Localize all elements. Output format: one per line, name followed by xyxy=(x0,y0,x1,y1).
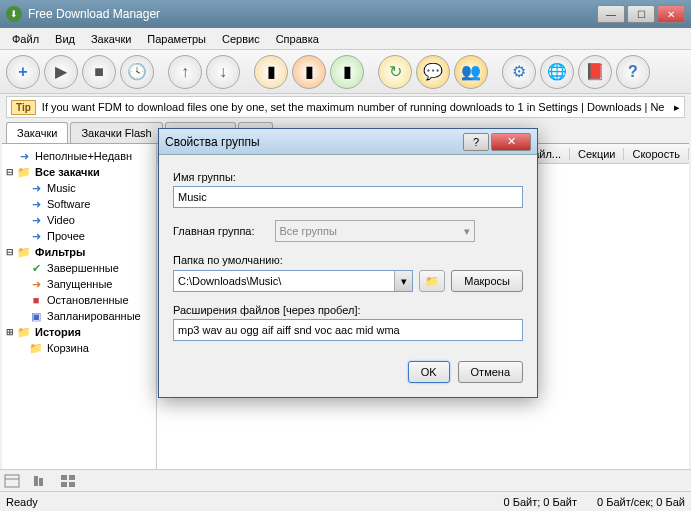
mode3-button[interactable]: ▮ xyxy=(330,55,364,89)
menu-file[interactable]: Файл xyxy=(4,30,47,48)
dialog-titlebar: Свойства группы ? ✕ xyxy=(159,129,537,155)
svg-rect-0 xyxy=(5,475,19,487)
mode1-button[interactable]: ▮ xyxy=(254,55,288,89)
svg-rect-6 xyxy=(61,482,67,487)
tree-filters[interactable]: ⊟📁Фильтры xyxy=(4,244,154,260)
schedule-button[interactable]: 🕓 xyxy=(120,55,154,89)
btab-icon-2[interactable] xyxy=(32,474,48,488)
default-folder-combo[interactable]: ▾ xyxy=(173,270,413,292)
toolbar: + ▶ ■ 🕓 ↑ ↓ ▮ ▮ ▮ ↻ 💬 👥 ⚙ 🌐 📕 ? xyxy=(0,50,691,94)
tipbar: Tip If you want FDM to download files on… xyxy=(6,96,685,118)
statusbar: Ready 0 Байт; 0 Байт 0 Байт/сек; 0 Бай xyxy=(0,491,691,511)
tree-label: История xyxy=(35,326,81,338)
close-button[interactable]: ✕ xyxy=(657,5,685,23)
btab-icon-1[interactable] xyxy=(4,474,20,488)
dialog-help-button[interactable]: ? xyxy=(463,133,489,151)
tree-label: Остановленные xyxy=(47,294,129,306)
tree-label: Запланированные xyxy=(47,310,141,322)
tree-label: Завершенные xyxy=(47,262,119,274)
tree-stopped[interactable]: ■Остановленные xyxy=(4,292,154,308)
book-button[interactable]: 📕 xyxy=(578,55,612,89)
tree-label: Корзина xyxy=(47,342,89,354)
tree-label: Music xyxy=(47,182,76,194)
app-icon: ⬇ xyxy=(6,6,22,22)
window-title: Free Download Manager xyxy=(28,7,597,21)
menu-view[interactable]: Вид xyxy=(47,30,83,48)
extensions-input[interactable] xyxy=(173,319,523,341)
parent-group-value: Все группы xyxy=(280,225,337,237)
tip-badge: Tip xyxy=(11,100,36,115)
tree-other[interactable]: ➜Прочее xyxy=(4,228,154,244)
extensions-label: Расширения файлов [через пробел]: xyxy=(173,304,523,316)
svg-rect-3 xyxy=(39,478,43,486)
tip-next-icon[interactable]: ▸ xyxy=(674,101,680,114)
tree-history[interactable]: ⊞📁История xyxy=(4,324,154,340)
start-button[interactable]: ▶ xyxy=(44,55,78,89)
action1-button[interactable]: ↻ xyxy=(378,55,412,89)
svg-rect-5 xyxy=(69,475,75,480)
move-up-button[interactable]: ↑ xyxy=(168,55,202,89)
tree-scheduled[interactable]: ▣Запланированные xyxy=(4,308,154,324)
move-down-button[interactable]: ↓ xyxy=(206,55,240,89)
btab-icon-3[interactable] xyxy=(60,474,76,488)
maximize-button[interactable]: ☐ xyxy=(627,5,655,23)
status-speed: 0 Байт/сек; 0 Бай xyxy=(597,496,685,508)
tree-video[interactable]: ➜Video xyxy=(4,212,154,228)
tree-music[interactable]: ➜Music xyxy=(4,180,154,196)
tree-label: Неполные+Недавн xyxy=(35,150,132,162)
menu-downloads[interactable]: Закачки xyxy=(83,30,139,48)
help-button[interactable]: ? xyxy=(616,55,650,89)
browse-folder-button[interactable]: 📁 xyxy=(419,270,445,292)
dialog-close-button[interactable]: ✕ xyxy=(491,133,531,151)
bottom-tabs xyxy=(0,469,691,491)
action2-button[interactable]: 💬 xyxy=(416,55,450,89)
settings-button[interactable]: ⚙ xyxy=(502,55,536,89)
parent-group-select[interactable]: Все группы ▾ xyxy=(275,220,475,242)
dialog-title: Свойства группы xyxy=(165,135,461,149)
tree-software[interactable]: ➜Software xyxy=(4,196,154,212)
svg-rect-7 xyxy=(69,482,75,487)
tree-label: Video xyxy=(47,214,75,226)
tree-label: Software xyxy=(47,198,90,210)
menu-help[interactable]: Справка xyxy=(268,30,327,48)
tip-text: If you want FDM to download files one by… xyxy=(42,101,665,113)
globe-button[interactable]: 🌐 xyxy=(540,55,574,89)
ok-button[interactable]: OK xyxy=(408,361,450,383)
tab-downloads[interactable]: Закачки xyxy=(6,122,68,143)
tab-flash[interactable]: Закачки Flash xyxy=(70,122,162,143)
status-bytes: 0 Байт; 0 Байт xyxy=(504,496,578,508)
tree-label: Запущенные xyxy=(47,278,112,290)
status-ready: Ready xyxy=(6,496,38,508)
titlebar: ⬇ Free Download Manager — ☐ ✕ xyxy=(0,0,691,28)
stop-button[interactable]: ■ xyxy=(82,55,116,89)
parent-group-label: Главная группа: xyxy=(173,225,255,237)
tree-label: Фильтры xyxy=(35,246,85,258)
tree-completed[interactable]: ✔Завершенные xyxy=(4,260,154,276)
tree-label: Прочее xyxy=(47,230,85,242)
menubar: Файл Вид Закачки Параметры Сервис Справк… xyxy=(0,28,691,50)
group-name-input[interactable] xyxy=(173,186,523,208)
chevron-down-icon[interactable]: ▾ xyxy=(394,271,412,291)
add-button[interactable]: + xyxy=(6,55,40,89)
col-sections[interactable]: Секции xyxy=(570,148,624,160)
mode2-button[interactable]: ▮ xyxy=(292,55,326,89)
tree-all[interactable]: ⊟📁Все закачки xyxy=(4,164,154,180)
menu-options[interactable]: Параметры xyxy=(139,30,214,48)
action3-button[interactable]: 👥 xyxy=(454,55,488,89)
col-speed[interactable]: Скорость xyxy=(624,148,689,160)
tree-trash[interactable]: 📁Корзина xyxy=(4,340,154,356)
menu-service[interactable]: Сервис xyxy=(214,30,268,48)
tree-running[interactable]: ➜Запущенные xyxy=(4,276,154,292)
sidebar: ➜Неполные+Недавн ⊟📁Все закачки ➜Music ➜S… xyxy=(2,144,157,469)
tree-incomplete[interactable]: ➜Неполные+Недавн xyxy=(4,148,154,164)
macros-button[interactable]: Макросы xyxy=(451,270,523,292)
minimize-button[interactable]: — xyxy=(597,5,625,23)
group-name-label: Имя группы: xyxy=(173,171,523,183)
tree-label: Все закачки xyxy=(35,166,100,178)
chevron-down-icon: ▾ xyxy=(464,225,470,238)
default-folder-label: Папка по умолчанию: xyxy=(173,254,523,266)
default-folder-input[interactable] xyxy=(174,271,394,291)
svg-rect-2 xyxy=(34,476,38,486)
group-properties-dialog: Свойства группы ? ✕ Имя группы: Главная … xyxy=(158,128,538,398)
cancel-button[interactable]: Отмена xyxy=(458,361,523,383)
